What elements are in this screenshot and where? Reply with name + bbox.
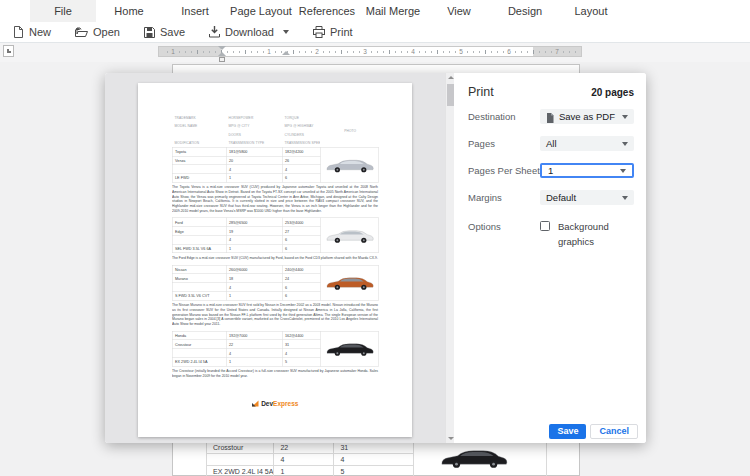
table-row: Honda192@7000162@4400: [172, 331, 378, 340]
preview-scrollbar[interactable]: [445, 73, 454, 443]
open-button[interactable]: Open: [75, 26, 120, 38]
ruler-tick: [191, 51, 192, 53]
ruler-tick: [419, 51, 420, 53]
photo-header-cell: PHOTO: [320, 113, 378, 147]
indent-marker[interactable]: [282, 51, 290, 55]
table-cell: 1: [226, 357, 282, 366]
ribbon-tab-design[interactable]: Design: [492, 0, 558, 22]
table-cell: 20: [226, 156, 282, 165]
ruler-tick: [407, 51, 408, 53]
scroll-down-icon[interactable]: [447, 434, 454, 443]
table-cell: 182@4200: [282, 147, 320, 156]
ruler-tick: [329, 51, 330, 53]
cancel-button[interactable]: Cancel: [590, 424, 638, 439]
table-cell: 240@4400: [282, 265, 320, 274]
printer-icon: [313, 26, 325, 38]
chevron-down-icon: [622, 142, 628, 146]
download-label: Download: [225, 26, 274, 38]
field-pages: Pages All: [468, 136, 634, 151]
ruler-tick: [551, 51, 552, 53]
field-margins: Margins Default: [468, 190, 634, 205]
background-graphics-label: Background graphics: [558, 219, 634, 249]
pages-per-sheet-label: Pages Per Sheet: [468, 163, 540, 178]
car-photo-black: [437, 444, 510, 471]
field-options: Options Background graphics: [468, 219, 634, 234]
destination-label: Destination: [468, 109, 516, 124]
ruler-tick: [311, 51, 312, 53]
ruler-tick: [521, 51, 522, 53]
download-button[interactable]: Download: [209, 26, 289, 38]
table-cell: 6: [282, 235, 320, 244]
ribbon-tab-home[interactable]: Home: [96, 0, 162, 22]
ribbon-tab-mail-merge[interactable]: Mail Merge: [360, 0, 426, 22]
scroll-up-icon[interactable]: [447, 73, 454, 82]
ruler-tick: [497, 51, 498, 53]
new-document-icon: [13, 26, 24, 38]
ribbon-tab-layout[interactable]: Layout: [558, 0, 624, 22]
table-cell: 6: [282, 291, 320, 300]
ruler-tick: [179, 51, 180, 53]
tab-stop-selector[interactable]: [3, 45, 14, 57]
ruler-tick: [425, 51, 426, 53]
table-cell: [172, 283, 226, 292]
first-line-indent-marker[interactable]: [218, 46, 226, 50]
print-settings-panel: Print 20 pages Destination Save as PDF P…: [454, 73, 646, 443]
table-cell: [172, 235, 226, 244]
ruler-tick: [359, 51, 360, 53]
ruler-number: 1: [264, 47, 274, 56]
pages-dropdown[interactable]: All: [540, 136, 634, 151]
ruler-tick: [371, 51, 372, 53]
save-button[interactable]: Save: [549, 424, 586, 439]
ruler-row: 11234567: [0, 43, 750, 62]
ruler-tick: [401, 51, 402, 53]
header-cell: MPG @ CITY: [226, 122, 282, 131]
print-dialog-title: Print: [468, 85, 494, 99]
ribbon-tab-view[interactable]: View: [426, 0, 492, 22]
hanging-indent-marker[interactable]: [218, 52, 226, 56]
ribbon-tab-page-layout[interactable]: Page Layout: [228, 0, 294, 22]
table-cell: 1: [226, 244, 282, 253]
car-description: The Toyota Venza is a mid-size crossover…: [172, 185, 378, 213]
ruler-tick: [455, 51, 456, 53]
ruler-tick: [539, 51, 540, 53]
table-cell: 4: [226, 235, 282, 244]
table-cell: Venza: [172, 156, 226, 165]
ruler-tick: [227, 51, 228, 53]
devexpress-logo: DevExpress: [172, 400, 378, 408]
table-cell: 5: [334, 466, 414, 476]
destination-dropdown[interactable]: Save as PDF: [540, 109, 634, 124]
preview-car-table-4: Honda192@7000162@4400Crosstour223144EX 2…: [172, 331, 379, 367]
car-description: The Nissan Murano is a mid-size crossove…: [172, 302, 378, 326]
save-button-toolbar[interactable]: Save: [144, 26, 185, 38]
table-cell: 260@6000: [226, 265, 282, 274]
ruler-tick: [347, 51, 348, 53]
table-cell: 253@4000: [282, 218, 320, 227]
pages-label: Pages: [468, 136, 495, 151]
ruler-tick: [263, 51, 264, 53]
margins-dropdown[interactable]: Default: [540, 190, 634, 205]
table-cell: 4: [226, 283, 282, 292]
ribbon-tab-file[interactable]: File: [30, 0, 96, 22]
ribbon-tab-references[interactable]: References: [294, 0, 360, 22]
ruler-tick: [167, 51, 168, 53]
new-button[interactable]: New: [13, 26, 51, 38]
header-cell: CYLINDERS: [282, 130, 320, 139]
ruler-tick: [467, 51, 468, 53]
ruler-tick: [491, 51, 492, 53]
pdf-document-icon: [546, 112, 554, 127]
chevron-down-icon: [622, 115, 628, 119]
ribbon-tab-insert[interactable]: Insert: [162, 0, 228, 22]
pages-per-sheet-dropdown[interactable]: 1: [540, 163, 634, 178]
table-row: Toyota181@5800182@4200: [172, 147, 378, 156]
ruler-tick: [353, 51, 354, 53]
ruler-tick: [485, 50, 486, 54]
table-cell: Honda: [172, 331, 226, 340]
ruler-number: 2: [312, 47, 322, 56]
table-cell: 5: [282, 357, 320, 366]
table-cell: 4: [282, 165, 320, 174]
print-button[interactable]: Print: [313, 26, 353, 38]
background-graphics-checkbox[interactable]: [540, 221, 550, 231]
scrollbar-thumb[interactable]: [447, 84, 454, 106]
table-cell: SEL FWD 3.5L V6 6A: [172, 244, 226, 253]
header-cell: [172, 130, 226, 139]
